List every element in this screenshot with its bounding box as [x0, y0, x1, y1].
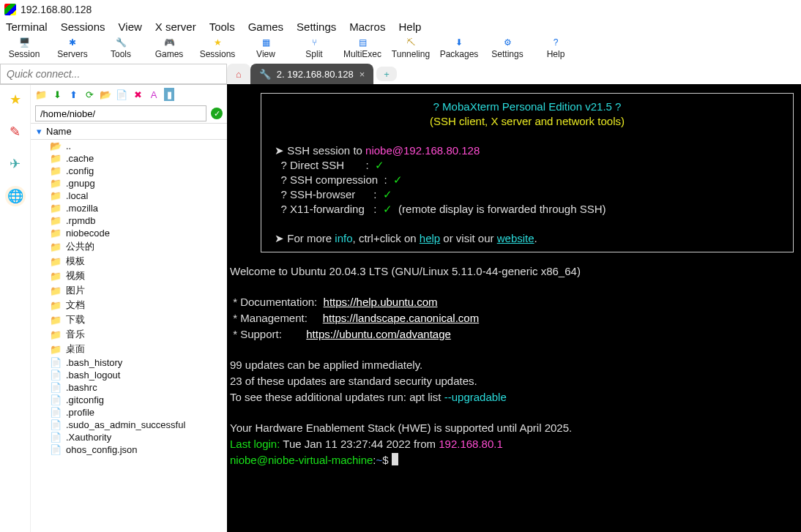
menu-macros[interactable]: Macros: [349, 20, 385, 33]
newfile-icon[interactable]: 📄: [116, 89, 127, 100]
doc-link[interactable]: https://help.ubuntu.com: [324, 296, 438, 308]
prompt: niobe@niobe-virtual-machine:~$: [230, 454, 392, 466]
menu-tools[interactable]: Tools: [209, 20, 235, 33]
sidetab-star-icon[interactable]: ★: [5, 89, 26, 110]
file-name: 下载: [66, 313, 85, 326]
sftp-browser: 📁 ⬇ ⬆ ⟳ 📂 📄 ✖ A ▮ ✓ ▾ Name 📂..📁.cache📁.c…: [31, 85, 227, 532]
file-row[interactable]: 📁公共的: [31, 239, 227, 254]
sftp-path-input[interactable]: [35, 105, 206, 121]
tab-session[interactable]: 🔧 2. 192.168.80.128 ×: [250, 64, 373, 84]
file-row[interactable]: 📁视频: [31, 269, 227, 283]
toolbar-split-button[interactable]: ⑂Split: [290, 37, 338, 59]
toolbar-packages-button[interactable]: ⬇Packages: [435, 37, 483, 59]
file-row[interactable]: 📁模板: [31, 254, 227, 269]
toggle-icon[interactable]: ▮: [164, 88, 174, 101]
file-row[interactable]: 📁.gnupg: [31, 177, 227, 190]
menu-terminal[interactable]: Terminal: [6, 20, 48, 33]
sidetab-send-icon[interactable]: ✈: [5, 154, 26, 174]
download-icon[interactable]: ⬇: [51, 89, 63, 100]
file-row[interactable]: 📁.rpmdb: [31, 214, 227, 227]
file-icon: 📁: [50, 256, 62, 267]
last-login: Last login: Tue Jan 11 23:27:44 2022 fro…: [230, 438, 503, 450]
toolbar-sessions-button[interactable]: ★Sessions: [193, 37, 242, 59]
file-name: 文档: [66, 299, 85, 312]
toolbar-view-button[interactable]: ▦View: [242, 37, 290, 59]
updates-1: 99 updates can be applied immediately.: [230, 359, 422, 371]
file-name: 桌面: [66, 342, 85, 356]
file-list[interactable]: 📂..📁.cache📁.config📁.gnupg📁.local📁.mozill…: [31, 140, 227, 532]
toolbar-tunneling-button[interactable]: ⛏Tunneling: [387, 37, 435, 59]
games-icon: 🎮: [164, 37, 175, 48]
menu-xserver[interactable]: X server: [155, 20, 196, 33]
tab-home[interactable]: ⌂: [227, 64, 250, 84]
name-header-label: Name: [46, 126, 72, 137]
toolbar-session-button[interactable]: 🖥️Session: [0, 37, 48, 59]
menu-view[interactable]: View: [119, 20, 142, 33]
toolbar-label: Sessions: [200, 49, 236, 59]
file-icon: 📁: [50, 329, 62, 340]
file-row[interactable]: 📁文档: [31, 298, 227, 312]
file-row[interactable]: 📄.gitconfig: [31, 394, 227, 406]
file-row[interactable]: 📁桌面: [31, 342, 227, 356]
welcome-line: Welcome to Ubuntu 20.04.3 LTS (GNU/Linux…: [230, 265, 581, 277]
file-row[interactable]: 📄.bash_history: [31, 356, 227, 369]
toolbar-servers-button[interactable]: ✱Servers: [48, 37, 97, 59]
help-link[interactable]: help: [420, 232, 440, 244]
file-name: .sudo_as_admin_successful: [66, 419, 185, 430]
toolbar-label: Games: [155, 49, 184, 59]
file-name: 视频: [66, 269, 85, 282]
settings-icon: ⚙: [504, 37, 512, 48]
toolbar-label: Session: [9, 49, 40, 59]
website-link[interactable]: website: [497, 232, 534, 244]
file-row[interactable]: 📄.Xauthority: [31, 431, 227, 443]
file-name: .rpmdb: [66, 215, 95, 226]
menu-sessions[interactable]: Sessions: [61, 20, 105, 33]
folder-up-icon[interactable]: 📁: [35, 89, 47, 100]
file-row[interactable]: 📄.bash_logout: [31, 369, 227, 381]
file-icon: 📁: [50, 344, 62, 355]
file-row[interactable]: 📁.config: [31, 165, 227, 177]
menu-games[interactable]: Games: [248, 20, 283, 33]
toolbar-tools-button[interactable]: 🔧Tools: [97, 37, 145, 59]
file-row[interactable]: 📄ohos_config.json: [31, 443, 227, 456]
hwe-line: Your Hardware Enablement Stack (HWE) is …: [230, 422, 572, 434]
toolbar-settings-button[interactable]: ⚙Settings: [483, 37, 532, 59]
newfolder-icon[interactable]: 📂: [100, 89, 111, 100]
file-row[interactable]: 📁.mozilla: [31, 202, 227, 214]
multiexec-icon: ▤: [359, 37, 367, 48]
menu-help[interactable]: Help: [398, 20, 421, 33]
close-icon[interactable]: ×: [359, 69, 365, 80]
file-row[interactable]: 📁下载: [31, 312, 227, 327]
terminal[interactable]: ? MobaXterm Personal Edition v21.5 ? (SS…: [227, 84, 801, 532]
font-icon[interactable]: A: [148, 89, 160, 100]
toolbar-help-button[interactable]: ?Help: [532, 37, 580, 59]
quick-connect-input[interactable]: [0, 64, 227, 84]
file-row[interactable]: 📂..: [31, 140, 227, 152]
mgmt-link[interactable]: https://landscape.canonical.com: [323, 312, 479, 324]
file-row[interactable]: 📄.profile: [31, 406, 227, 419]
session-line: SSH session to niobe@192.168.80.128: [287, 144, 480, 157]
menu-settings[interactable]: Settings: [297, 20, 336, 33]
sidetab-globe-icon[interactable]: 🌐: [5, 186, 26, 206]
tab-new[interactable]: +: [376, 67, 397, 81]
file-row[interactable]: 📁.local: [31, 190, 227, 202]
column-header[interactable]: ▾ Name: [31, 123, 227, 140]
refresh-icon[interactable]: ⟳: [83, 89, 95, 100]
file-row[interactable]: 📁音乐: [31, 327, 227, 342]
sessions-icon: ★: [214, 37, 222, 48]
file-icon: 📄: [50, 407, 62, 418]
toolbar-multiexec-button[interactable]: ▤MultiExec: [338, 37, 387, 59]
file-row[interactable]: 📁niobecode: [31, 227, 227, 239]
file-row[interactable]: 📄.bashrc: [31, 381, 227, 394]
toolbar-label: View: [256, 49, 275, 59]
file-row[interactable]: 📁.cache: [31, 152, 227, 165]
toolbar-games-button[interactable]: 🎮Games: [145, 37, 193, 59]
tools-icon: 🔧: [116, 37, 127, 48]
file-row[interactable]: 📁图片: [31, 283, 227, 298]
file-row[interactable]: 📄.sudo_as_admin_successful: [31, 419, 227, 431]
upload-icon[interactable]: ⬆: [67, 89, 79, 100]
sidetab-tools-icon[interactable]: ✎: [5, 121, 26, 142]
file-name: .mozilla: [66, 203, 98, 214]
delete-icon[interactable]: ✖: [132, 89, 144, 100]
support-link[interactable]: https://ubuntu.com/advantage: [306, 328, 451, 340]
